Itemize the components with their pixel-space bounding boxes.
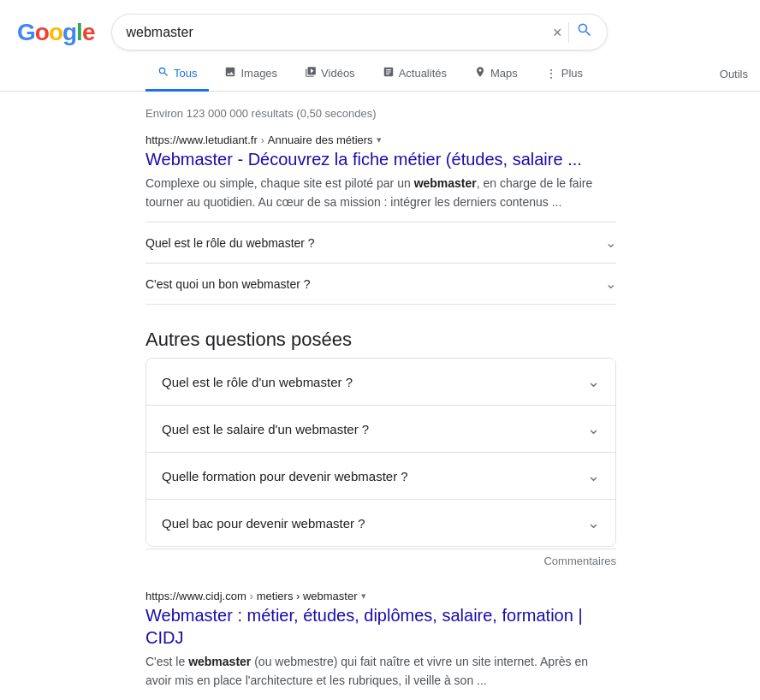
faq-chevron-2: ⌄ bbox=[605, 276, 616, 292]
google-logo: Google bbox=[17, 19, 94, 46]
tab-videos[interactable]: Vidéos bbox=[293, 57, 367, 92]
results-count: Environ 123 000 000 résultats (0,50 seco… bbox=[145, 98, 616, 133]
tab-tous-label: Tous bbox=[174, 67, 197, 80]
search-input[interactable] bbox=[126, 25, 552, 40]
clear-icon[interactable]: × bbox=[553, 25, 562, 40]
result-2: https://www.cidj.com › metiers › webmast… bbox=[145, 590, 616, 690]
result-2-dropdown-icon[interactable]: ▾ bbox=[361, 590, 366, 602]
result-2-title-link[interactable]: Webmaster : métier, études, diplômes, sa… bbox=[145, 606, 583, 647]
tab-plus-label: Plus bbox=[561, 67, 583, 80]
tab-maps-label: Maps bbox=[490, 67, 518, 80]
result-1-title-link[interactable]: Webmaster - Découvrez la fiche métier (é… bbox=[145, 150, 582, 169]
search-results: Environ 123 000 000 résultats (0,50 seco… bbox=[0, 92, 616, 700]
result-2-url: https://www.cidj.com › metiers › webmast… bbox=[145, 590, 616, 602]
tab-plus[interactable]: ⋮ Plus bbox=[533, 58, 595, 92]
tab-videos-label: Vidéos bbox=[321, 67, 355, 80]
search-bar-icons: × bbox=[553, 21, 594, 43]
tab-maps[interactable]: Maps bbox=[462, 57, 530, 92]
paa-chevron-4: ⌄ bbox=[587, 513, 600, 532]
paa-chevron-1: ⌄ bbox=[587, 372, 600, 391]
actualites-icon bbox=[383, 66, 395, 80]
tab-images[interactable]: Images bbox=[212, 57, 289, 92]
paa-title: Autres questions posées bbox=[145, 329, 616, 351]
vertical-divider bbox=[568, 22, 569, 43]
result-1-title: Webmaster - Découvrez la fiche métier (é… bbox=[145, 148, 616, 170]
result-2-snippet: C'est le webmaster (ou webmestre) qui fa… bbox=[145, 652, 616, 690]
result-1-dropdown-icon[interactable]: ▾ bbox=[377, 134, 382, 145]
faq-question-2: C'est quoi un bon webmaster ? bbox=[145, 277, 311, 291]
header: Google × bbox=[0, 0, 760, 50]
commentaires[interactable]: Commentaires bbox=[145, 549, 616, 572]
search-submit-icon[interactable] bbox=[576, 21, 593, 43]
search-bar: × bbox=[111, 14, 608, 50]
images-icon bbox=[224, 66, 236, 80]
faq-question-1: Quel est le rôle du webmaster ? bbox=[145, 236, 315, 250]
videos-icon bbox=[305, 66, 317, 80]
paa-chevron-2: ⌄ bbox=[587, 419, 600, 438]
paa-chevron-3: ⌄ bbox=[587, 466, 600, 485]
tab-actualites[interactable]: Actualités bbox=[371, 57, 459, 92]
people-also-ask: Autres questions posées Quel est le rôle… bbox=[145, 329, 616, 572]
paa-item-3[interactable]: Quelle formation pour devenir webmaster … bbox=[146, 453, 615, 500]
breadcrumb-arrow-1: › bbox=[261, 134, 264, 146]
paa-question-3: Quelle formation pour devenir webmaster … bbox=[162, 469, 408, 483]
paa-question-4: Quel bac pour devenir webmaster ? bbox=[162, 516, 365, 531]
tab-tous[interactable]: Tous bbox=[145, 57, 209, 92]
tab-images-label: Images bbox=[240, 67, 277, 80]
result-1-domain: https://www.letudiant.fr bbox=[145, 133, 258, 146]
faq-item-2[interactable]: C'est quoi un bon webmaster ? ⌄ bbox=[145, 264, 616, 305]
tab-actualites-label: Actualités bbox=[399, 67, 447, 80]
result-1-snippet: Complexe ou simple, chaque site est pilo… bbox=[145, 174, 616, 211]
plus-icon: ⋮ bbox=[545, 67, 557, 80]
faq-list-1: Quel est le rôle du webmaster ? ⌄ C'est … bbox=[145, 222, 616, 305]
result-1-url: https://www.letudiant.fr › Annuaire des … bbox=[145, 133, 616, 146]
result-1: https://www.letudiant.fr › Annuaire des … bbox=[145, 133, 616, 305]
breadcrumb-arrow-2: › bbox=[250, 590, 253, 602]
result-2-breadcrumb: metiers › webmaster bbox=[257, 590, 358, 602]
result-2-domain: https://www.cidj.com bbox=[145, 590, 246, 602]
paa-question-1: Quel est le rôle d'un webmaster ? bbox=[162, 375, 353, 389]
paa-item-4[interactable]: Quel bac pour devenir webmaster ? ⌄ bbox=[146, 500, 615, 546]
nav-tabs: Tous Images Vidéos Actualités Maps ⋮ Plu… bbox=[0, 50, 760, 92]
tous-icon bbox=[157, 66, 169, 80]
faq-item-1[interactable]: Quel est le rôle du webmaster ? ⌄ bbox=[145, 222, 616, 264]
faq-chevron-1: ⌄ bbox=[605, 234, 616, 251]
paa-item-2[interactable]: Quel est le salaire d'un webmaster ? ⌄ bbox=[146, 406, 615, 453]
maps-icon bbox=[474, 66, 486, 80]
tools-button[interactable]: Outils bbox=[708, 59, 760, 89]
paa-list: Quel est le rôle d'un webmaster ? ⌄ Quel… bbox=[145, 358, 616, 547]
result-2-title: Webmaster : métier, études, diplômes, sa… bbox=[145, 604, 616, 649]
paa-item-1[interactable]: Quel est le rôle d'un webmaster ? ⌄ bbox=[146, 359, 615, 406]
result-1-breadcrumb: Annuaire des métiers bbox=[268, 133, 373, 146]
paa-question-2: Quel est le salaire d'un webmaster ? bbox=[162, 422, 369, 436]
